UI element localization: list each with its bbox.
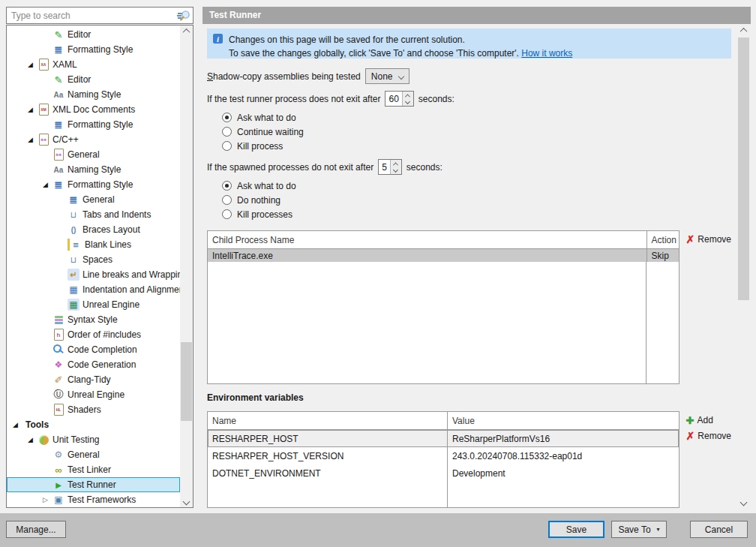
tree-item-editor[interactable]: ✎Editor [7, 27, 180, 42]
tree-item-unreal-engine[interactable]: ⓊUnreal Engine [7, 387, 180, 402]
radio-label: Ask what to do [237, 113, 296, 123]
table-row-dotnet-environment[interactable]: DOTNET_ENVIRONMENTDevelopment [208, 464, 679, 482]
radio-icon[interactable] [222, 127, 232, 137]
radio-icon[interactable] [222, 209, 232, 219]
tree-item-line-breaks-and-wrapping[interactable]: ↵Line breaks and Wrapping [7, 267, 180, 282]
remove-x-icon: ✗ [686, 431, 695, 441]
syntax-style-icon [52, 314, 64, 326]
add-env-variable-button[interactable]: ✚ Add [686, 415, 731, 425]
tree-scrollbar[interactable] [180, 26, 193, 507]
test-frameworks-icon: ▣ [52, 494, 64, 506]
table-row-resharper-host[interactable]: RESHARPER_HOSTReSharperPlatformVs16 [208, 430, 679, 447]
tree-item-shaders[interactable]: HLShaders [7, 402, 180, 417]
save-to-button[interactable]: Save To ▾ [611, 521, 667, 538]
scroll-up-icon[interactable] [737, 25, 750, 36]
spinner-arrows-icon[interactable] [402, 92, 413, 106]
spawned-timeout-suffix: seconds: [406, 162, 442, 173]
tree-item-unit-testing[interactable]: ◢Unit Testing [7, 432, 180, 447]
tree-item-code-completion[interactable]: Code Completion [7, 342, 180, 357]
tree-item-blank-lines[interactable]: ≡Blank Lines [7, 237, 180, 252]
tree-item-braces-layout[interactable]: ()Braces Layout [7, 222, 180, 237]
dropdown-arrow-icon: ▾ [657, 526, 660, 533]
tree-item-tools[interactable]: ◢Tools [7, 417, 180, 432]
scroll-down-icon[interactable] [737, 497, 750, 508]
tree-item-naming-style[interactable]: AaNaming Style [7, 162, 180, 177]
tree-item-formatting-style[interactable]: ◢≣Formatting Style [7, 177, 180, 192]
search-input[interactable] [7, 11, 176, 21]
collapse-arrow-icon[interactable]: ◢ [13, 422, 22, 428]
table-row-intellitrace-exe[interactable]: IntelliTrace.exeSkip [208, 249, 679, 262]
tree-item-test-frameworks[interactable]: ▷▣Test Frameworks [7, 492, 180, 507]
tree-item-order-of-includes[interactable]: hOrder of #includes [7, 327, 180, 342]
radio-kill-processes[interactable]: Kill processes [222, 207, 731, 221]
search-box[interactable] [6, 7, 194, 24]
settings-scrollbar[interactable] [737, 25, 750, 508]
environment-variables-table[interactable]: Name Value RESHARPER_HOSTReSharperPlatfo… [207, 411, 680, 508]
radio-ask-what-to-do[interactable]: Ask what to do [222, 110, 731, 125]
tree-item-code-generation[interactable]: ❖Code Generation [7, 357, 180, 372]
cpp-icon: ++ [52, 149, 64, 161]
tree-item-test-linker[interactable]: ∞Test Linker [7, 462, 180, 477]
tree-item-syntax-style[interactable]: Syntax Style [7, 312, 180, 327]
column-header-value[interactable]: Value [448, 412, 679, 429]
tree-item-label: Editor [68, 29, 91, 40]
column-header-action[interactable]: Action [646, 231, 679, 248]
collapse-arrow-icon[interactable]: ◢ [28, 107, 38, 113]
tree-item-indentation-and-alignment[interactable]: ▦Indentation and Alignment [7, 282, 180, 297]
remove-child-process-button[interactable]: ✗ Remove [686, 234, 731, 245]
scroll-up-icon[interactable] [180, 26, 193, 37]
tree-item-spaces[interactable]: ⊔Spaces [7, 252, 180, 267]
tree-item-naming-style[interactable]: AaNaming Style [7, 87, 180, 102]
radio-kill-process[interactable]: Kill process [222, 139, 731, 153]
radio-ask-what-to-do[interactable]: Ask what to do [222, 179, 731, 193]
cancel-button[interactable]: Cancel [690, 521, 748, 538]
tree-item-tabs-and-indents[interactable]: ⊔Tabs and Indents [7, 207, 180, 222]
radio-icon[interactable] [222, 195, 232, 205]
settings-scrollbar-thumb[interactable] [738, 38, 749, 300]
tree-item-clang-tidy[interactable]: ✐Clang-Tidy [7, 372, 180, 387]
spinner-arrows-icon[interactable] [390, 160, 401, 174]
tree-item-label: Syntax Style [68, 314, 118, 325]
naming-style-icon: Aa [52, 164, 64, 176]
radio-selected-icon[interactable] [222, 181, 232, 191]
page-title: Test Runner [202, 7, 751, 24]
collapse-arrow-icon[interactable]: ◢ [28, 62, 38, 68]
spawned-timeout-spinner[interactable]: 5 [378, 159, 402, 175]
tree-item-general[interactable]: ++General [7, 147, 180, 162]
radio-label: Kill processes [237, 209, 292, 220]
radio-continue-waiting[interactable]: Continue waiting [222, 125, 731, 139]
how-it-works-link[interactable]: How it works [521, 48, 572, 59]
expand-arrow-icon[interactable]: ▷ [43, 497, 52, 503]
tree-item-xml-doc-comments[interactable]: ◢XMXML Doc Comments [7, 102, 180, 117]
child-process-table[interactable]: Child Process Name Action IntelliTrace.e… [207, 230, 680, 384]
radio-do-nothing[interactable]: Do nothing [222, 193, 731, 207]
radio-label: Ask what to do [237, 181, 296, 191]
tree-item-general[interactable]: ≣General [7, 192, 180, 207]
tree-item-label: General [82, 194, 115, 205]
tree-scrollbar-thumb[interactable] [181, 342, 192, 421]
radio-selected-icon[interactable] [222, 113, 232, 122]
column-header-child-process-name[interactable]: Child Process Name [208, 231, 646, 248]
tree-item-general[interactable]: ⚙General [7, 447, 180, 462]
code-generation-icon: ❖ [52, 359, 64, 371]
collapse-arrow-icon[interactable]: ◢ [28, 137, 38, 143]
shadow-copy-dropdown[interactable]: None [365, 68, 410, 84]
column-header-name[interactable]: Name [208, 412, 448, 429]
tree-item-formatting-style[interactable]: ≣Formatting Style [7, 117, 180, 132]
tree-item-unreal-engine[interactable]: ▦Unreal Engine [7, 297, 180, 312]
remove-env-variable-button[interactable]: ✗ Remove [686, 431, 731, 441]
tree-item-test-runner[interactable]: ▶Test Runner [7, 477, 180, 492]
table-row-resharper-host-version[interactable]: RESHARPER_HOST_VERSION243.0.20240708.115… [208, 447, 679, 464]
tree-item-formatting-style[interactable]: ≣Formatting Style [7, 42, 180, 57]
collapse-arrow-icon[interactable]: ◢ [28, 437, 38, 443]
manage-button[interactable]: Manage... [6, 521, 66, 538]
add-plus-icon: ✚ [686, 416, 694, 425]
tree-item-editor[interactable]: ✎Editor [7, 72, 180, 87]
radio-icon[interactable] [222, 141, 232, 151]
scroll-down-icon[interactable] [180, 496, 193, 507]
tree-item-xaml[interactable]: ◢XAXAML [7, 57, 180, 72]
tree-item-c-c[interactable]: ◢++C/C++ [7, 132, 180, 147]
runner-timeout-spinner[interactable]: 60 [385, 91, 413, 107]
collapse-arrow-icon[interactable]: ◢ [43, 182, 52, 188]
save-button[interactable]: Save [548, 521, 604, 538]
